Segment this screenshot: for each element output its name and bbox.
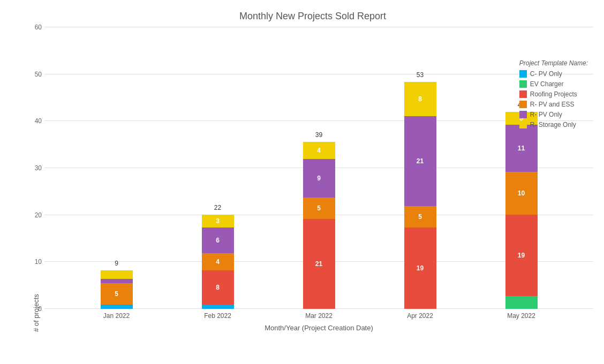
- bar-segment-value: 5: [303, 204, 335, 212]
- gridlines-and-bars: 0102030405060 95228463392159453195218461…: [44, 27, 593, 309]
- bar-segment-value: 4: [303, 147, 335, 154]
- legend-item-label: Roofing Projects: [530, 90, 577, 98]
- bar-segment: [505, 296, 538, 309]
- bars-container: 95228463392159453195218461910113: [44, 27, 593, 309]
- legend-color-swatch: [519, 80, 527, 88]
- legend-item-label: R- PV and ESS: [530, 101, 575, 108]
- bar-segment: [202, 305, 234, 309]
- bar-segment-value: 8: [404, 95, 436, 103]
- bar-segment-value: 9: [303, 175, 335, 182]
- gridline-label: 0: [26, 305, 42, 313]
- bar-segment-value: 11: [505, 145, 538, 152]
- legend-item: EV Charger: [519, 80, 588, 88]
- bar-segment-value: 6: [202, 237, 234, 244]
- bar-group: 95: [101, 270, 133, 309]
- bar-total-label: 9: [101, 260, 133, 267]
- stacked-bar: 461910113: [505, 112, 538, 309]
- bar-segment: 8: [404, 82, 436, 116]
- bar-segment: 11: [505, 125, 538, 172]
- bar-segment-value: 10: [505, 189, 538, 197]
- gridline-label: 10: [26, 258, 42, 266]
- bar-segment-value: 5: [101, 290, 133, 298]
- bar-segment: 4: [303, 142, 335, 159]
- legend-color-swatch: [519, 101, 527, 108]
- legend-color-swatch: [519, 121, 527, 128]
- gridline-label: 30: [26, 164, 42, 172]
- legend-item: Roofing Projects: [519, 90, 588, 98]
- x-axis-labels: Jan 2022Feb 2022Mar 2022Apr 2022May 2022: [44, 312, 593, 320]
- bar-total-label: 39: [303, 131, 335, 139]
- bar-segment-value: 19: [505, 252, 538, 259]
- legend-item-label: R- Storage Only: [530, 121, 576, 128]
- legend-color-swatch: [519, 111, 527, 118]
- bar-segment: [101, 279, 133, 283]
- legend-item-label: EV Charger: [530, 80, 564, 88]
- gridline-label: 60: [26, 24, 42, 31]
- chart-title: Monthly New Projects Sold Report: [239, 11, 386, 22]
- bar-segment: [101, 305, 133, 309]
- stacked-bar: 53195218: [404, 82, 436, 309]
- legend-item-label: R- PV Only: [530, 111, 562, 118]
- x-axis-label: Mar 2022: [303, 312, 335, 320]
- bar-group: 461910113: [505, 112, 538, 309]
- x-axis-label: Feb 2022: [202, 312, 234, 320]
- x-axis-label: May 2022: [505, 312, 538, 320]
- gridline-label: 20: [26, 211, 42, 219]
- bar-segment: 8: [202, 270, 234, 305]
- bar-segment: 9: [303, 159, 335, 198]
- legend-title: Project Template Name:: [519, 59, 588, 67]
- x-axis-label: Jan 2022: [101, 312, 133, 320]
- bar-total-label: 53: [404, 71, 436, 79]
- gridline-label: 50: [26, 71, 42, 78]
- gridline-label: 40: [26, 117, 42, 125]
- bar-segment-value: 8: [202, 284, 234, 291]
- bar-segment: 5: [303, 198, 335, 219]
- bar-total-label: 22: [202, 204, 234, 211]
- legend-item: R- Storage Only: [519, 121, 588, 128]
- bar-segment: 6: [202, 228, 234, 253]
- bar-segment: 5: [404, 206, 436, 228]
- bar-segment: 19: [505, 215, 538, 296]
- x-axis-label: Apr 2022: [404, 312, 436, 320]
- plot-area: 0102030405060 95228463392159453195218461…: [44, 27, 593, 332]
- bar-segment-value: 3: [202, 217, 234, 225]
- legend: Project Template Name: C- PV OnlyEV Char…: [519, 59, 588, 131]
- legend-color-swatch: [519, 90, 527, 98]
- bar-segment-value: 21: [404, 157, 436, 165]
- stacked-bar: 3921594: [303, 142, 335, 309]
- x-axis-title: Month/Year (Project Creation Date): [44, 324, 593, 332]
- bar-segment: 10: [505, 172, 538, 215]
- legend-item: R- PV and ESS: [519, 101, 588, 108]
- bar-segment: [101, 270, 133, 279]
- legend-item: C- PV Only: [519, 70, 588, 78]
- legend-item-label: C- PV Only: [530, 70, 562, 78]
- bar-segment-value: 4: [202, 258, 234, 266]
- bar-segment: 19: [404, 228, 436, 309]
- chart-container: Monthly New Projects Sold Report # of pr…: [0, 0, 604, 364]
- chart-area: # of projects 0102030405060 952284633921…: [32, 27, 593, 332]
- bar-group: 228463: [202, 215, 234, 309]
- bar-group: 3921594: [303, 142, 335, 309]
- stacked-bar: 95: [101, 270, 133, 309]
- bar-segment-value: 5: [404, 213, 436, 221]
- bar-group: 53195218: [404, 82, 436, 309]
- bar-segment: 4: [202, 253, 234, 270]
- bar-segment-value: 21: [303, 260, 335, 268]
- legend-color-swatch: [519, 70, 527, 78]
- stacked-bar: 228463: [202, 215, 234, 309]
- bar-segment: 21: [404, 116, 436, 206]
- bar-segment-value: 19: [404, 264, 436, 272]
- bar-segment: 21: [303, 219, 335, 309]
- bar-segment: 5: [101, 283, 133, 305]
- legend-item: R- PV Only: [519, 111, 588, 118]
- bar-segment: 3: [202, 215, 234, 228]
